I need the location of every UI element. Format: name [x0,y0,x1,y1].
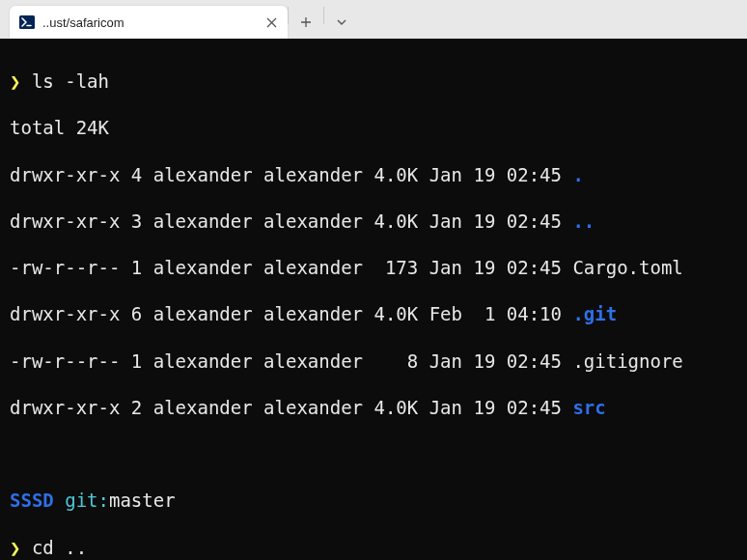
prompt-line-1: ❯ ls -lah [10,70,737,93]
command-text: cd .. [32,537,87,558]
ls-row: drwxr-xr-x 2 alexander alexander 4.0K Ja… [10,396,737,419]
prompt-symbol: ❯ [10,70,20,92]
prompt-symbol: ❯ [10,537,20,558]
powershell-icon [19,14,35,30]
tab-dropdown-button[interactable] [324,6,359,39]
tab-active[interactable]: ..ust/safaricom [10,6,288,39]
blank-line [10,442,737,465]
ps1-dir: SSSD [10,490,54,511]
terminal-output[interactable]: ❯ ls -lah total 24K drwxr-xr-x 4 alexand… [0,39,747,560]
dir-dot: . [572,164,583,185]
prompt-line-2: ❯ cd .. [10,536,737,559]
ps1-branch: master [109,490,176,511]
dir-dotdot: .. [572,210,595,232]
ls-row: -rw-r--r-- 1 alexander alexander 8 Jan 1… [10,350,737,373]
ls-row: drwxr-xr-x 3 alexander alexander 4.0K Ja… [10,210,737,233]
dir-git: .git [572,303,617,324]
titlebar: ..ust/safaricom [0,0,747,39]
svg-rect-0 [19,15,35,29]
command-text: ls -lah [32,70,109,92]
ls-row: drwxr-xr-x 4 alexander alexander 4.0K Ja… [10,163,737,186]
new-tab-button[interactable] [289,6,323,39]
close-icon[interactable] [263,14,280,31]
ls-row: drwxr-xr-x 6 alexander alexander 4.0K Fe… [10,302,737,325]
ps1-line: SSSD git:master [10,489,737,512]
ls-row: -rw-r--r-- 1 alexander alexander 173 Jan… [10,256,737,279]
dir-src: src [572,397,605,418]
ls-total: total 24K [10,116,737,139]
ps1-git: git: [65,490,109,511]
tab-title: ..ust/safaricom [42,15,255,30]
